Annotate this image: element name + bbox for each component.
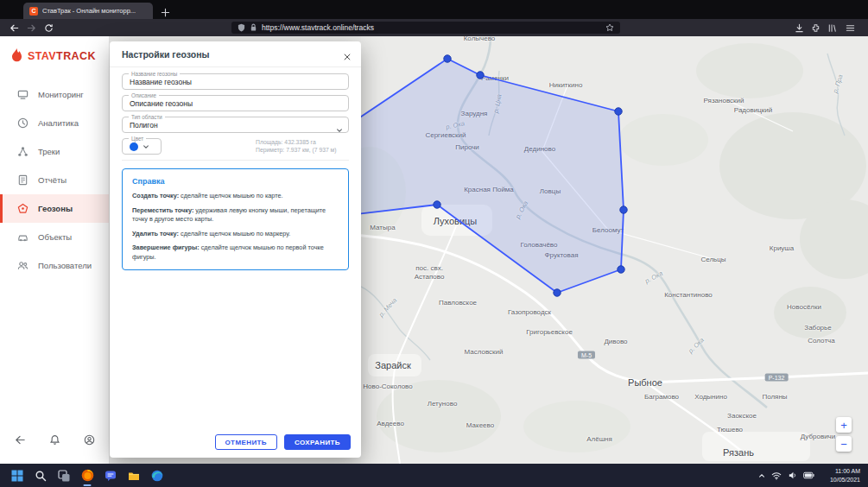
help-item-lead: Завершение фигуры: <box>132 244 200 251</box>
zoom-out-button[interactable]: − <box>836 436 852 452</box>
logo-flame-icon <box>9 47 25 64</box>
geozone-name-field[interactable]: Название геозоны Название геозоны <box>122 73 349 90</box>
geozone-description-field[interactable]: Описание Описание геозоны <box>122 95 349 111</box>
sidebar-item-label: Мониторинг <box>38 90 84 99</box>
geofence-vertex[interactable] <box>444 55 451 62</box>
geofence-vertex[interactable] <box>620 206 627 213</box>
geofence-vertex[interactable] <box>434 201 440 208</box>
address-bar[interactable]: https://www.stavtrack.online/tracks <box>231 22 620 34</box>
bookmark-star-icon[interactable] <box>605 23 614 32</box>
modal-footer: ОТМЕНИТЬ СОХРАНИТЬ <box>215 434 352 450</box>
geozone-description-value: Описание геозоны <box>130 99 193 108</box>
help-box: Справка Создать точку:сделайте щелчок мы… <box>122 168 349 270</box>
sidebar-item-label: Отчёты <box>38 175 67 185</box>
modal-fields: Название геозоны Название геозоны Описан… <box>110 67 361 270</box>
chevron-down-icon <box>143 143 149 150</box>
start-icon <box>11 470 23 482</box>
bell-icon[interactable] <box>49 434 60 446</box>
sidebar-item[interactable]: Геозоны <box>0 194 109 223</box>
clock-time: 11:00 AM <box>830 467 860 476</box>
help-title: Справка <box>132 177 339 186</box>
clock-date: 10/05/2021 <box>830 476 860 484</box>
browser-tab[interactable]: С СтавТрак - Онлайн мониторр... <box>23 3 153 19</box>
help-item-text: сделайте щелчок мышью по карте. <box>181 192 282 199</box>
browser-toolbar: https://www.stavtrack.online/tracks <box>0 19 868 36</box>
logo-text-1: STAV <box>28 50 56 62</box>
geozone-metrics: Площадь: 432.3385 га Периметр: 7.937 км,… <box>256 138 346 154</box>
geofence-icon <box>17 203 29 215</box>
geozone-name-value: Название геозоны <box>130 78 192 86</box>
help-items: Создать точку:сделайте щелчок мышью по к… <box>132 192 339 262</box>
analytics-icon <box>17 117 29 130</box>
help-item-text: сделайте щелчок мышью по маркеру. <box>181 230 290 237</box>
sidebar-item-label: Треки <box>38 147 60 156</box>
system-tray <box>758 464 814 487</box>
tab-favicon: С <box>29 7 38 16</box>
sidebar-bottom-bar <box>0 434 110 446</box>
sidebar-item[interactable]: Пользователи <box>0 251 109 280</box>
tracks-icon <box>17 146 29 158</box>
cancel-button[interactable]: ОТМЕНИТЬ <box>215 434 277 450</box>
color-label: Цвет <box>129 136 146 142</box>
chevron-up-icon[interactable] <box>758 472 765 479</box>
geofence-polygon[interactable] <box>361 59 624 293</box>
volume-icon[interactable] <box>788 471 797 480</box>
downloads-icon[interactable] <box>792 21 806 35</box>
firefox-icon <box>81 469 94 482</box>
modal-title: Настройки геозоны <box>122 49 209 60</box>
area-type-label: Тип области <box>129 114 165 120</box>
monitor-icon <box>17 89 29 101</box>
color-swatch[interactable] <box>130 142 138 151</box>
lock-icon[interactable] <box>250 23 257 32</box>
modal-header: Настройки геозоны <box>110 41 361 67</box>
sidebar-menu: Мониторинг Аналитика Треки Отчёты Геозон… <box>0 80 109 280</box>
zoom-in-button[interactable]: + <box>836 417 852 433</box>
back-button[interactable] <box>7 21 21 35</box>
browser-tab-bar: С СтавТрак - Онлайн мониторр... <box>0 0 868 19</box>
help-item: Создать точку:сделайте щелчок мышью по к… <box>132 192 339 201</box>
sidebar-item-label: Аналитика <box>38 118 79 128</box>
geozone-settings-modal: Настройки геозоны Название геозоны Назва… <box>110 41 361 458</box>
url-text: https://www.stavtrack.online/tracks <box>262 23 601 32</box>
sidebar-item-label: Объекты <box>38 232 72 242</box>
collapse-sidebar-icon[interactable] <box>15 434 26 446</box>
geofence-vertex[interactable] <box>615 108 622 115</box>
task-view-icon <box>58 470 70 482</box>
sidebar-item[interactable]: Треки <box>0 137 109 166</box>
geofence-vertex[interactable] <box>618 266 624 273</box>
tab-title: СтавТрак - Онлайн мониторр... <box>42 7 136 15</box>
sidebar-item[interactable]: Аналитика <box>0 109 109 137</box>
wifi-icon[interactable] <box>771 471 782 480</box>
area-type-select[interactable]: Тип области Полигон <box>122 117 349 133</box>
help-item-lead: Удалить точку: <box>132 230 179 237</box>
help-item: Удалить точку:сделайте щелчок мышью по м… <box>132 230 339 239</box>
shield-icon[interactable] <box>238 23 245 32</box>
profile-icon[interactable] <box>84 434 95 446</box>
sidebar-item[interactable]: Отчёты <box>0 166 109 194</box>
battery-icon[interactable] <box>803 471 814 479</box>
color-picker[interactable]: Цвет <box>122 138 162 155</box>
close-icon[interactable] <box>343 49 352 65</box>
map[interactable]: КолычевоРаменкиНикиткиноРязановскийРадов… <box>361 36 868 464</box>
geofence-overlay <box>361 36 868 464</box>
area-metric: Площадь: 432.3385 га <box>256 138 346 146</box>
reload-button[interactable] <box>41 21 55 35</box>
extensions-icon[interactable] <box>808 21 822 35</box>
save-button[interactable]: СОХРАНИТЬ <box>284 434 351 450</box>
sidebar-item[interactable]: Мониторинг <box>0 80 109 109</box>
sidebar-item-label: Геозоны <box>38 204 73 213</box>
library-icon[interactable] <box>825 21 839 35</box>
taskbar-clock[interactable]: 11:00 AM 10/05/2021 <box>830 467 860 484</box>
logo-text-2: TRACK <box>56 50 96 62</box>
help-item-lead: Переместить точку: <box>132 206 193 214</box>
forward-button[interactable] <box>24 21 38 35</box>
geofence-vertex[interactable] <box>477 72 484 79</box>
perimeter-metric: Периметр: 7.937 км, (7 937 м) <box>256 146 346 154</box>
area-type-value: Полигон <box>130 121 158 130</box>
menu-icon[interactable] <box>843 21 857 35</box>
sidebar-item[interactable]: Объекты <box>0 223 109 251</box>
help-item: Завершение фигуры:сделайте щелчок мышью … <box>132 244 339 262</box>
users-icon <box>17 260 29 272</box>
help-item-lead: Создать точку: <box>132 192 179 199</box>
geofence-vertex[interactable] <box>554 289 561 296</box>
